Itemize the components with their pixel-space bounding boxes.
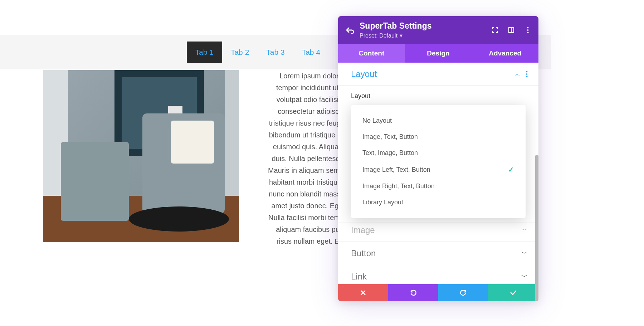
panel-body: Layout ︿ Layout No Layout Image, Text, B… bbox=[338, 63, 538, 284]
section-title-button: Button bbox=[351, 248, 376, 258]
svg-point-3 bbox=[527, 29, 528, 31]
tab-2[interactable]: Tab 2 bbox=[222, 42, 258, 63]
section-title-image: Image bbox=[351, 225, 375, 235]
section-header-button[interactable]: Button ﹀ bbox=[338, 242, 538, 265]
undo-icon bbox=[410, 289, 417, 296]
panel-preset-label: Preset: Default bbox=[360, 33, 397, 39]
redo-icon bbox=[460, 289, 467, 296]
section-header-image[interactable]: Image ﹀ bbox=[338, 219, 538, 242]
chevron-down-icon: ﹀ bbox=[521, 226, 528, 234]
panel-preset[interactable]: Preset: Default ▾ bbox=[360, 32, 486, 39]
scrollbar[interactable] bbox=[535, 155, 538, 301]
save-button[interactable] bbox=[488, 284, 538, 301]
caret-down-icon: ▾ bbox=[400, 32, 402, 39]
check-icon: ✓ bbox=[508, 165, 514, 174]
section-layout: Layout ︿ Layout No Layout Image, Text, B… bbox=[338, 63, 538, 223]
panel-footer bbox=[338, 284, 538, 301]
more-icon[interactable] bbox=[524, 26, 531, 34]
panel-tab-content[interactable]: Content bbox=[338, 44, 405, 63]
chevron-down-icon: ﹀ bbox=[521, 249, 528, 258]
dropdown-item-text-image-button[interactable]: Text, Image, Button bbox=[351, 145, 526, 161]
preview-image bbox=[43, 70, 239, 242]
dropdown-item-image-left-text-button[interactable]: Image Left, Text, Button✓ bbox=[351, 161, 526, 178]
section-link: Link ﹀ bbox=[338, 265, 538, 284]
svg-point-5 bbox=[526, 71, 528, 73]
cancel-button[interactable] bbox=[338, 284, 388, 301]
svg-point-7 bbox=[526, 76, 528, 77]
dropdown-item-library-layout[interactable]: Library Layout bbox=[351, 194, 526, 210]
panel-tabs: Content Design Advanced bbox=[338, 44, 538, 63]
redo-button[interactable] bbox=[438, 284, 488, 301]
dropdown-item-no-layout[interactable]: No Layout bbox=[351, 113, 526, 129]
section-title-layout: Layout bbox=[351, 69, 377, 79]
panel-title: SuperTab Settings bbox=[360, 21, 486, 31]
undo-button[interactable] bbox=[388, 284, 438, 301]
section-header-layout[interactable]: Layout ︿ bbox=[338, 63, 538, 86]
tab-3[interactable]: Tab 3 bbox=[258, 42, 293, 63]
tab-1[interactable]: Tab 1 bbox=[187, 42, 222, 63]
section-button: Button ﹀ bbox=[338, 242, 538, 265]
svg-point-6 bbox=[526, 73, 528, 75]
svg-point-2 bbox=[527, 27, 528, 29]
section-image: Image ﹀ bbox=[338, 219, 538, 242]
back-icon[interactable] bbox=[345, 26, 354, 34]
layout-dropdown-menu: No Layout Image, Text, Button Text, Imag… bbox=[351, 105, 526, 218]
dropdown-item-image-text-button[interactable]: Image, Text, Button bbox=[351, 129, 526, 145]
chevron-down-icon: ﹀ bbox=[521, 272, 528, 281]
panel-header: SuperTab Settings Preset: Default ▾ bbox=[338, 16, 538, 44]
dropdown-item-image-right-text-button[interactable]: Image Right, Text, Button bbox=[351, 178, 526, 194]
check-icon bbox=[510, 290, 517, 296]
columns-icon[interactable] bbox=[508, 26, 515, 34]
panel-tab-advanced[interactable]: Advanced bbox=[472, 44, 538, 63]
svg-point-4 bbox=[527, 32, 528, 33]
close-icon bbox=[360, 290, 366, 296]
expand-icon[interactable] bbox=[491, 26, 498, 34]
chevron-up-icon: ︿ bbox=[514, 70, 520, 78]
section-title-link: Link bbox=[351, 272, 367, 282]
panel-tab-design[interactable]: Design bbox=[405, 44, 472, 63]
section-more-icon[interactable] bbox=[526, 71, 528, 77]
tab-4[interactable]: Tab 4 bbox=[293, 42, 329, 63]
section-header-link[interactable]: Link ﹀ bbox=[338, 265, 538, 284]
layout-dropdown-label: Layout bbox=[338, 86, 538, 103]
settings-panel: SuperTab Settings Preset: Default ▾ Cont… bbox=[338, 16, 538, 301]
preview-area: Tab 1 Tab 2 Tab 3 Tab 4 Tab 5 Lorem ipsu… bbox=[0, 0, 644, 326]
